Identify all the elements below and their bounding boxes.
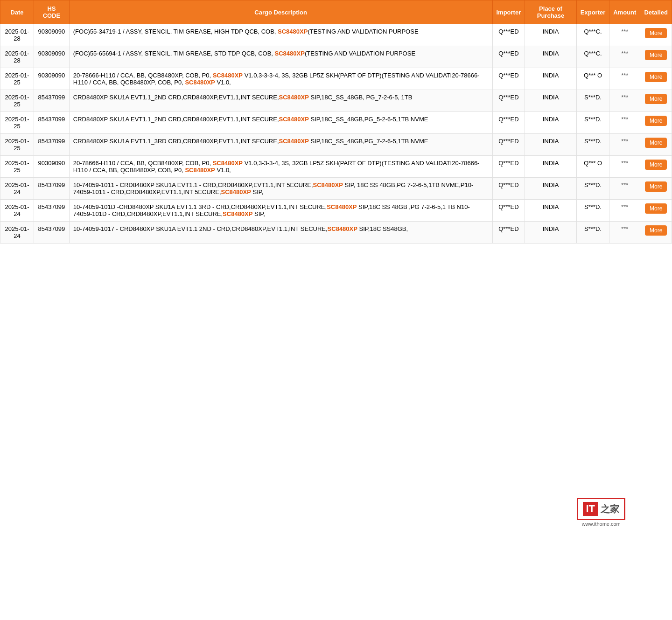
more-button[interactable]: More bbox=[645, 225, 667, 236]
more-button[interactable]: More bbox=[645, 181, 667, 192]
cell-cargo-desc: (FOC)55-34719-1 / ASSY, STENCIL, TIM GRE… bbox=[69, 24, 492, 46]
table-row: 2025-01-259030909020-78666-H110 / CCA, B… bbox=[0, 68, 672, 90]
cell-exporter: Q*** O bbox=[576, 68, 609, 90]
cell-date: 2025-01-25 bbox=[0, 90, 34, 112]
cell-hs-code: 85437099 bbox=[34, 178, 70, 200]
table-row: 2025-01-2585437099CRD8480XP SKU1A EVT1.1… bbox=[0, 90, 672, 112]
cell-hs-code: 90309090 bbox=[34, 24, 70, 46]
cell-cargo-desc: (FOC)55-65694-1 / ASSY, STENCIL, TIM GRE… bbox=[69, 46, 492, 68]
cell-importer: Q***ED bbox=[492, 178, 525, 200]
cell-importer: Q***ED bbox=[492, 156, 525, 178]
cell-exporter: S***D. bbox=[576, 222, 609, 244]
cell-date: 2025-01-24 bbox=[0, 178, 34, 200]
cell-cargo-desc: CRD8480XP SKU1A EVT1.1_2ND CRD,CRD8480XP… bbox=[69, 90, 492, 112]
cell-place-of-purchase: INDIA bbox=[525, 134, 577, 156]
cell-exporter: S***D. bbox=[576, 178, 609, 200]
cell-detailed[interactable]: More bbox=[640, 178, 672, 200]
cell-hs-code: 90309090 bbox=[34, 68, 70, 90]
more-button[interactable]: More bbox=[645, 138, 667, 148]
cell-amount: *** bbox=[609, 24, 640, 46]
col-detailed: Detailed bbox=[640, 0, 672, 24]
cell-cargo-desc: 20-78666-H110 / CCA, BB, QCB8480XP, COB,… bbox=[69, 68, 492, 90]
cell-detailed[interactable]: More bbox=[640, 156, 672, 178]
cell-exporter: Q***C. bbox=[576, 24, 609, 46]
cell-cargo-desc: CRD8480XP SKU1A EVT1.1_2ND CRD,CRD8480XP… bbox=[69, 112, 492, 134]
cell-place-of-purchase: INDIA bbox=[525, 24, 577, 46]
cell-importer: Q***ED bbox=[492, 46, 525, 68]
table-row: 2025-01-248543709910-74059-1017 - CRD848… bbox=[0, 222, 672, 244]
table-row: 2025-01-259030909020-78666-H110 / CCA, B… bbox=[0, 156, 672, 178]
more-button[interactable]: More bbox=[645, 160, 667, 170]
cell-date: 2025-01-25 bbox=[0, 68, 34, 90]
cell-place-of-purchase: INDIA bbox=[525, 112, 577, 134]
more-button[interactable]: More bbox=[645, 203, 667, 214]
cell-importer: Q***ED bbox=[492, 222, 525, 244]
cell-place-of-purchase: INDIA bbox=[525, 200, 577, 222]
cell-date: 2025-01-25 bbox=[0, 134, 34, 156]
cell-amount: *** bbox=[609, 46, 640, 68]
cell-cargo-desc: 10-74059-101D -CRD8480XP SKU1A EVT1.1 3R… bbox=[69, 200, 492, 222]
col-importer: Importer bbox=[492, 0, 525, 24]
more-button[interactable]: More bbox=[645, 28, 667, 38]
cell-importer: Q***ED bbox=[492, 112, 525, 134]
cell-importer: Q***ED bbox=[492, 90, 525, 112]
cell-importer: Q***ED bbox=[492, 68, 525, 90]
cell-exporter: S***D. bbox=[576, 134, 609, 156]
cell-hs-code: 90309090 bbox=[34, 46, 70, 68]
table-row: 2025-01-2890309090(FOC)55-34719-1 / ASSY… bbox=[0, 24, 672, 46]
cell-hs-code: 85437099 bbox=[34, 222, 70, 244]
cell-amount: *** bbox=[609, 112, 640, 134]
cell-exporter: Q***C. bbox=[576, 46, 609, 68]
col-place-of-purchase: Place of Purchase bbox=[525, 0, 577, 24]
cell-date: 2025-01-28 bbox=[0, 46, 34, 68]
col-cargo-desc: Cargo Description bbox=[69, 0, 492, 24]
cell-detailed[interactable]: More bbox=[640, 68, 672, 90]
cell-importer: Q***ED bbox=[492, 200, 525, 222]
col-date: Date bbox=[0, 0, 34, 24]
more-button[interactable]: More bbox=[645, 72, 667, 82]
cell-exporter: S***D. bbox=[576, 90, 609, 112]
cell-amount: *** bbox=[609, 222, 640, 244]
cell-date: 2025-01-24 bbox=[0, 200, 34, 222]
table-row: 2025-01-2890309090(FOC)55-65694-1 / ASSY… bbox=[0, 46, 672, 68]
cell-place-of-purchase: INDIA bbox=[525, 90, 577, 112]
cell-importer: Q***ED bbox=[492, 24, 525, 46]
cell-date: 2025-01-25 bbox=[0, 112, 34, 134]
cell-place-of-purchase: INDIA bbox=[525, 68, 577, 90]
cell-place-of-purchase: INDIA bbox=[525, 178, 577, 200]
cell-cargo-desc: 20-78666-H110 / CCA, BB, QCB8480XP, COB,… bbox=[69, 156, 492, 178]
cell-exporter: S***D. bbox=[576, 200, 609, 222]
col-amount: Amount bbox=[609, 0, 640, 24]
cell-amount: *** bbox=[609, 68, 640, 90]
cell-date: 2025-01-28 bbox=[0, 24, 34, 46]
cell-detailed[interactable]: More bbox=[640, 222, 672, 244]
cell-amount: *** bbox=[609, 134, 640, 156]
cell-place-of-purchase: INDIA bbox=[525, 46, 577, 68]
cell-cargo-desc: 10-74059-1017 - CRD8480XP SKU1A EVT1.1 2… bbox=[69, 222, 492, 244]
table-row: 2025-01-248543709910-74059-101D -CRD8480… bbox=[0, 200, 672, 222]
table-row: 2025-01-2585437099CRD8480XP SKU1A EVT1.1… bbox=[0, 112, 672, 134]
cell-amount: *** bbox=[609, 200, 640, 222]
more-button[interactable]: More bbox=[645, 94, 667, 104]
cell-exporter: S***D. bbox=[576, 112, 609, 134]
cell-date: 2025-01-24 bbox=[0, 222, 34, 244]
cell-place-of-purchase: INDIA bbox=[525, 156, 577, 178]
more-button[interactable]: More bbox=[645, 116, 667, 126]
cell-cargo-desc: 10-74059-1011 - CRD8480XP SKU1A EVT1.1 -… bbox=[69, 178, 492, 200]
cell-amount: *** bbox=[609, 178, 640, 200]
cell-hs-code: 90309090 bbox=[34, 156, 70, 178]
cell-detailed[interactable]: More bbox=[640, 134, 672, 156]
cell-amount: *** bbox=[609, 156, 640, 178]
cell-hs-code: 85437099 bbox=[34, 200, 70, 222]
cell-detailed[interactable]: More bbox=[640, 112, 672, 134]
cell-hs-code: 85437099 bbox=[34, 134, 70, 156]
cell-hs-code: 85437099 bbox=[34, 90, 70, 112]
cell-place-of-purchase: INDIA bbox=[525, 222, 577, 244]
more-button[interactable]: More bbox=[645, 50, 667, 60]
cell-detailed[interactable]: More bbox=[640, 46, 672, 68]
table-row: 2025-01-248543709910-74059-1011 - CRD848… bbox=[0, 178, 672, 200]
cell-amount: *** bbox=[609, 90, 640, 112]
cell-detailed[interactable]: More bbox=[640, 24, 672, 46]
cell-detailed[interactable]: More bbox=[640, 200, 672, 222]
cell-detailed[interactable]: More bbox=[640, 90, 672, 112]
